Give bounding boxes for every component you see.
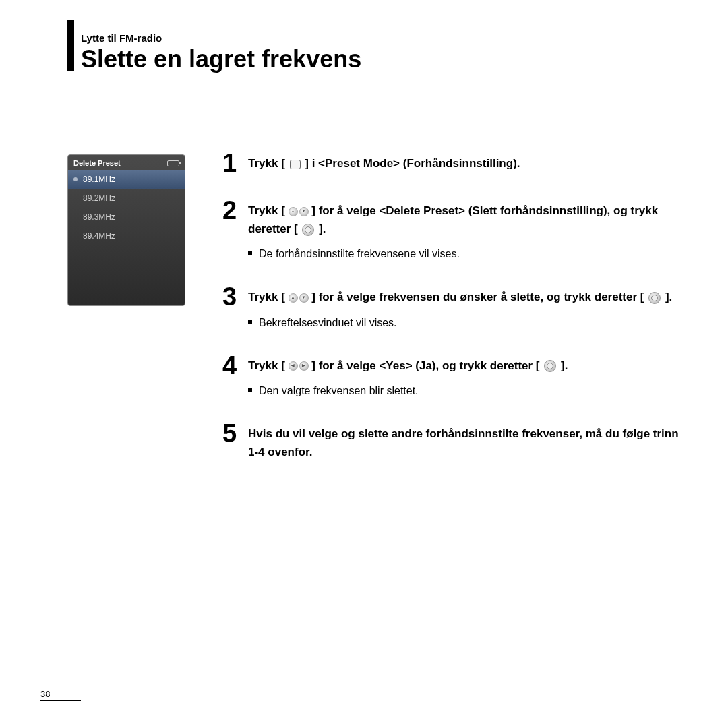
- up-down-icon: [289, 207, 309, 216]
- step-number: 3: [222, 284, 248, 330]
- up-down-icon: [289, 293, 309, 303]
- step-instruction: Trykk [ ] i <Preset Mode> (Forhåndsinnst…: [248, 154, 688, 173]
- section-label: Lytte til FM-radio: [81, 32, 688, 44]
- header-accent-bar: [67, 20, 74, 71]
- bullet-icon: [248, 388, 252, 392]
- step: 2Trykk [ ] for å velge <Delete Preset> (…: [222, 202, 688, 262]
- select-icon: [648, 292, 661, 304]
- step-instruction: Trykk [ ] for å velge <Delete Preset> (S…: [248, 202, 688, 238]
- preset-item: 89.2MHz: [68, 189, 185, 208]
- select-icon: [544, 360, 556, 372]
- step-instruction: Hvis du vil velge og slette andre forhån…: [248, 425, 688, 461]
- step: 1Trykk [ ] i <Preset Mode> (Forhåndsinns…: [222, 154, 688, 176]
- preset-item: 89.4MHz: [68, 226, 185, 245]
- preset-item: 89.3MHz: [68, 208, 185, 226]
- step-number: 1: [222, 150, 248, 176]
- preset-item: 89.1MHz: [68, 170, 185, 189]
- bullet-icon: [248, 251, 252, 255]
- preset-list: 89.1MHz89.2MHz89.3MHz89.4MHz: [68, 170, 185, 245]
- step: 4Trykk [ ] for å velge <Yes> (Ja), og tr…: [222, 357, 688, 399]
- step-note: De forhåndsinnstilte frekvensene vil vis…: [248, 246, 688, 262]
- step-number: 4: [222, 353, 248, 399]
- battery-icon: [167, 160, 179, 166]
- step-number: 2: [222, 198, 248, 262]
- step: 5Hvis du vil velge og slette andre forhå…: [222, 425, 688, 461]
- menu-icon: [290, 160, 301, 169]
- step-instruction: Trykk [ ] for å velge frekvensen du ønsk…: [248, 288, 688, 306]
- step: 3Trykk [ ] for å velge frekvensen du øns…: [222, 288, 688, 330]
- page-title: Slette en lagret frekvens: [81, 45, 688, 73]
- page-number: 38: [40, 689, 81, 701]
- step-instruction: Trykk [ ] for å velge <Yes> (Ja), og try…: [248, 357, 688, 375]
- device-screenshot: Delete Preset 89.1MHz89.2MHz89.3MHz89.4M…: [67, 154, 185, 306]
- bullet-icon: [248, 320, 252, 324]
- select-icon: [302, 224, 314, 236]
- step-note: Den valgte frekvensen blir slettet.: [248, 383, 688, 399]
- step-note: Bekreftelsesvinduet vil vises.: [248, 315, 688, 331]
- device-title: Delete Preset: [73, 159, 121, 167]
- step-number: 5: [222, 421, 248, 461]
- left-right-icon: [289, 361, 309, 371]
